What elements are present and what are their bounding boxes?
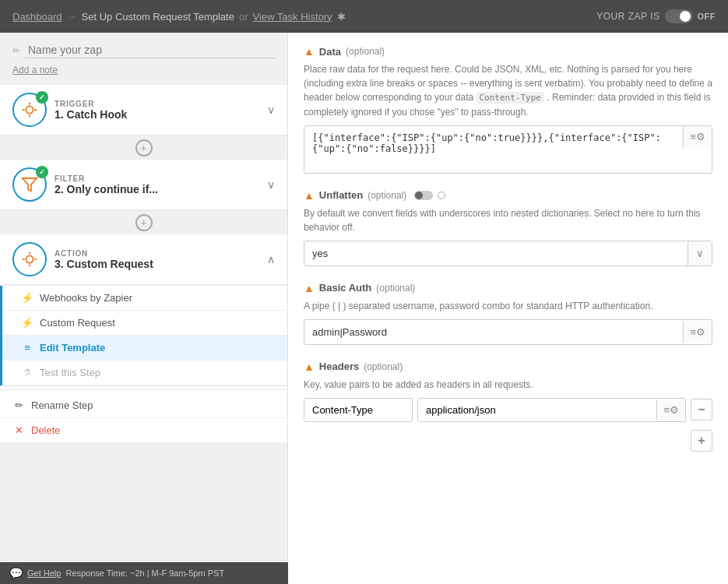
step-trigger: ✓ TRIGGER 1. Catch Hook ∨ [0,85,287,135]
headers-optional-tag: (optional) [364,361,403,372]
plus-circle-1: + [135,139,153,157]
header-val-options-btn-0[interactable]: ≡⚙ [656,399,685,420]
view-history-link[interactable]: View Task History [252,11,332,23]
delete-label: Delete [31,424,61,436]
step-trigger-header[interactable]: ✓ TRIGGER 1. Catch Hook ∨ [12,93,275,127]
webhooks-label: Webhooks by Zapier [40,292,132,304]
action-icon [19,248,40,270]
unflatten-field-icon: ▲ [304,189,315,202]
data-field-wrap: [{"interface":{"ISP":{"up":{"no":true}}}… [304,125,712,174]
unflatten-field-label: ▲ Unflatten (optional) [304,189,712,202]
unflatten-desc: By default we convert fields with unders… [304,206,712,234]
right-panel: ▲ Data (optional) Place raw data for the… [288,33,728,584]
unflatten-optional-tag: (optional) [368,190,406,201]
submenu-custom-request[interactable]: ⚡ Custom Request [2,311,287,336]
headers-row-0: ≡⚙ − [304,398,712,422]
add-header-btn[interactable]: + [691,430,712,452]
pencil-icon: ✏ [12,45,20,56]
filter-meta: FILTER 2. Only continue if... [55,174,158,195]
header-val-wrap-0: ≡⚙ [417,398,686,422]
data-field-desc: Place raw data for the request here. Cou… [304,62,712,119]
data-field-options-btn[interactable]: ≡⚙ [683,126,712,147]
delete-icon: ✕ [12,424,25,436]
main-layout: ✏ Add a note ✓ [0,33,728,584]
submenu-webhooks[interactable]: ⚡ Webhooks by Zapier [2,286,287,311]
unflatten-select-wrap: yes no ∨ [304,241,712,266]
step-trigger-left: ✓ TRIGGER 1. Catch Hook [12,93,127,127]
filter-icon-wrap: ✓ [12,167,47,202]
unflatten-select[interactable]: yes no [304,241,688,266]
rename-label: Rename Step [31,399,93,411]
svg-point-2 [26,255,33,262]
trigger-meta: TRIGGER 1. Catch Hook [55,100,127,121]
unflatten-field-section: ▲ Unflatten (optional) By default we con… [304,189,712,266]
headers-field-section: ▲ Headers (optional) Key, value pairs to… [304,361,712,452]
unflatten-toggle-switch[interactable] [414,191,433,200]
test-step-icon: ⚗ [21,367,33,378]
custom-request-icon: ⚡ [21,317,33,329]
filter-chevron-icon: ∨ [267,178,275,191]
filter-icon [19,174,40,195]
step-action-header[interactable]: ACTION 3. Custom Request ∧ [12,242,275,276]
custom-request-label: Custom Request [40,317,115,329]
action-title: 3. Custom Request [55,258,153,270]
filter-type-label: FILTER [55,174,158,183]
action-submenu: ⚡ Webhooks by Zapier ⚡ Custom Request ≡ … [0,286,287,385]
add-header-row: + [304,427,712,452]
basic-auth-optional-tag: (optional) [376,283,415,294]
unflatten-radio [438,192,445,199]
basic-auth-input[interactable] [304,320,683,344]
chat-icon: 💬 [9,567,23,579]
remove-header-btn-0[interactable]: − [691,399,712,420]
get-help-label[interactable]: Get Help [27,568,61,578]
data-field-label: ▲ Data (optional) [304,45,712,58]
headers-desc: Key, value pairs to be added as headers … [304,378,712,392]
trigger-icon [19,99,40,121]
basic-auth-options-btn[interactable]: ≡⚙ [683,322,712,343]
edit-template-icon: ≡ [21,342,33,354]
data-field-textarea[interactable]: [{"interface":{"ISP":{"up":{"no":true}}}… [304,126,683,173]
header-key-input-0[interactable] [304,398,413,422]
toggle-knob [680,11,691,22]
trigger-title: 1. Catch Hook [55,108,127,121]
rename-icon: ✏ [12,399,25,411]
step-action: ACTION 3. Custom Request ∧ [0,234,287,285]
delete-item[interactable]: ✕ Delete [0,418,287,443]
header-val-input-0[interactable] [418,399,656,421]
step-filter-header[interactable]: ✓ FILTER 2. Only continue if... ∨ [12,167,275,202]
gear-spin-icon: ✱ [337,11,346,23]
plus-connector-1[interactable]: + [0,136,287,160]
zap-name-row: ✏ [0,42,287,65]
off-label: OFF [698,12,716,21]
add-note-link[interactable]: Add a note [0,65,287,85]
data-field-section: ▲ Data (optional) Place raw data for the… [304,45,712,174]
zap-name-input[interactable] [25,42,275,58]
filter-check-badge: ✓ [36,166,48,178]
submenu-edit-template[interactable]: ≡ Edit Template [2,336,287,361]
top-nav: Dashboard → Set Up Custom Request Templa… [0,0,728,33]
data-label-text: Data [319,46,341,58]
filter-title: 2. Only continue if... [55,183,158,195]
basic-auth-field-icon: ▲ [304,282,315,294]
step-filter: ✓ FILTER 2. Only continue if... ∨ [0,160,287,210]
basic-auth-desc: A pipe ( | ) separated username, passwor… [304,299,712,313]
headers-label-text: Headers [319,361,359,372]
basic-auth-input-wrap: ≡⚙ [304,319,712,345]
plus-circle-2: + [135,214,153,231]
submenu-test-step[interactable]: ⚗ Test this Step [2,361,287,385]
current-step-label: Set Up Custom Request Template [82,11,234,23]
action-chevron-icon: ∧ [267,253,275,266]
basic-auth-field-section: ▲ Basic Auth (optional) A pipe ( | ) sep… [304,282,712,345]
content-type-code: Content-Type [477,92,544,104]
dashboard-link[interactable]: Dashboard [12,11,62,23]
divider [0,389,287,390]
trigger-icon-wrap: ✓ [12,93,47,127]
zap-toggle-area: YOUR ZAP IS OFF [596,9,716,23]
rename-step-item[interactable]: ✏ Rename Step [0,393,287,418]
svg-point-0 [26,106,33,113]
webhooks-icon: ⚡ [21,292,33,304]
plus-connector-2[interactable]: + [0,211,287,234]
action-items: ✏ Rename Step ✕ Delete [0,385,287,443]
data-field-icon: ▲ [304,45,315,58]
zap-on-off-toggle[interactable] [665,9,693,23]
